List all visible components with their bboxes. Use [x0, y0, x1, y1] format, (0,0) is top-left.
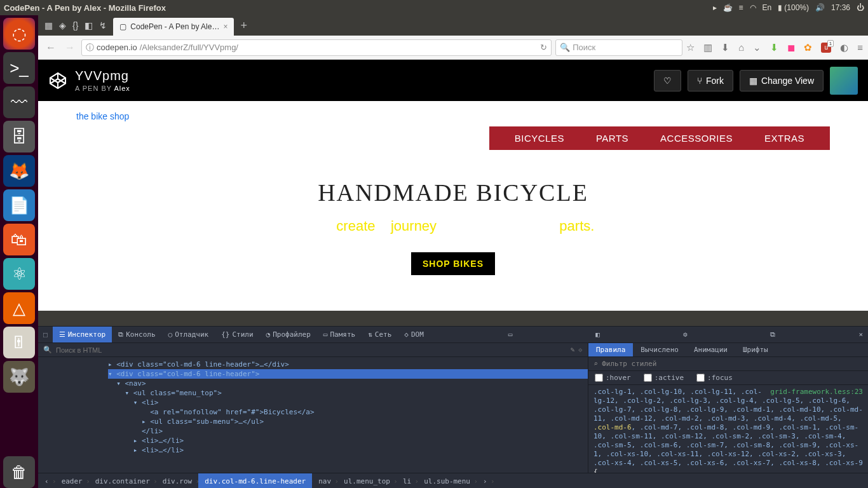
css-tab-computed[interactable]: Вычислено	[633, 343, 686, 356]
css-tab-animations[interactable]: Анимации	[686, 343, 735, 356]
heart-button[interactable]: ♡	[654, 70, 681, 92]
launcher-software[interactable]: 🛍	[3, 224, 35, 255]
devtools-frame-icon[interactable]: ▭	[503, 330, 518, 339]
reload-icon[interactable]: ↻	[540, 43, 547, 52]
crumb-next[interactable]: ›	[477, 473, 494, 488]
addon-icon[interactable]: ◐	[840, 42, 848, 53]
css-rules[interactable]: grid-framework.less:23 .col-lg-1, .col-l…	[588, 385, 868, 473]
nav-item[interactable]: BICYCLES	[515, 133, 564, 144]
ublock-icon[interactable]: u	[821, 43, 831, 53]
info-icon[interactable]: ⓘ	[86, 42, 94, 53]
devtools-tab-inspector[interactable]: ☰ Инспектор	[53, 327, 112, 342]
pinned-tab-icon[interactable]: ◈	[59, 20, 66, 30]
site-brand[interactable]: the bike shop	[76, 111, 830, 121]
devtools-tab-dom[interactable]: ◇ DOM	[398, 327, 430, 342]
change-view-button[interactable]: ▦Change View	[740, 70, 824, 92]
launcher-writer[interactable]: 📄	[3, 189, 35, 221]
session-icon[interactable]: ⏻	[857, 3, 864, 12]
inspect-picker-icon[interactable]: ⬚	[38, 330, 53, 339]
volume-icon[interactable]: 🔊	[815, 3, 825, 12]
nav-item[interactable]: EXTRAS	[764, 133, 804, 144]
wifi-icon[interactable]: ◠	[750, 3, 756, 12]
launcher-dash[interactable]: ◌	[3, 18, 35, 50]
browser-toolbar: ← → ⓘ codepen.io/AleksanderZ/full/YVVpmg…	[38, 36, 868, 60]
devtools-split-icon[interactable]: ◧	[590, 330, 605, 339]
pinned-tab-icon[interactable]: ◧	[85, 20, 93, 30]
pinned-tab-icon[interactable]: {}	[72, 20, 78, 30]
user-avatar[interactable]	[830, 67, 858, 95]
html-panel: 🔍 ✎ ⟐ ▸ <div class="col-md-6 line-header…	[38, 343, 588, 473]
site-nav: BICYCLES PARTS ACCESSORIES EXTRAS	[489, 126, 830, 150]
css-source-link[interactable]: grid-framework.less:23	[770, 388, 863, 396]
new-tab-button[interactable]: +	[234, 15, 254, 36]
edit-html-icon[interactable]: ✎	[570, 346, 574, 354]
devtools-tab-styles[interactable]: {} Стили	[215, 327, 259, 342]
launcher-gimp[interactable]: 🐺	[3, 361, 35, 393]
devtools-tab-network[interactable]: ⇅ Сеть	[362, 327, 398, 342]
css-panel: Правила Вычислено Анимации Шрифты ⌕ Филь…	[588, 343, 868, 473]
crumb[interactable]: div.col-md-6.line-header	[198, 473, 312, 488]
crumb-prev[interactable]: ‹	[38, 473, 55, 488]
launcher-terminal[interactable]: >_	[3, 52, 35, 84]
launcher-monitor[interactable]: 〰	[3, 86, 35, 118]
pseudo-active[interactable]: :active	[644, 374, 684, 382]
launcher-files[interactable]: 🗄	[3, 121, 35, 152]
battery-indicator[interactable]: ▮ (100%)	[778, 3, 809, 12]
crumb[interactable]: div.row	[156, 473, 198, 488]
lang-indicator[interactable]: En	[763, 3, 772, 12]
home-icon[interactable]: ⌂	[738, 42, 744, 53]
crumb[interactable]: ul.menu_top	[337, 473, 397, 488]
pseudo-hover[interactable]: :hover	[595, 374, 631, 382]
hamburger-icon[interactable]: ≡	[857, 42, 863, 53]
launcher-settings[interactable]: 🎚	[3, 327, 35, 358]
pinned-tab-icon[interactable]: ▦	[44, 20, 53, 30]
vlc-tray-icon[interactable]: ▸	[713, 3, 717, 12]
launcher-firefox[interactable]: 🦊	[3, 155, 35, 187]
css-tab-rules[interactable]: Правила	[588, 343, 633, 356]
nav-item[interactable]: ACCESSORIES	[660, 133, 733, 144]
pocket-icon[interactable]: ⌄	[753, 42, 761, 53]
addon-icon[interactable]: ⬇	[770, 42, 778, 53]
css-filter[interactable]: ⌕ Фильтр стилей	[588, 357, 868, 371]
pen-author[interactable]: Alex	[114, 85, 130, 92]
download-icon[interactable]: ⬇	[721, 42, 729, 53]
fork-button[interactable]: ⑂Fork	[688, 70, 733, 92]
eyedropper-icon[interactable]: ⟐	[578, 346, 583, 354]
bookmark-icon[interactable]: ☆	[686, 42, 695, 53]
crumb[interactable]: ul.sub-menu	[417, 473, 477, 488]
codepen-logo-icon[interactable]	[48, 71, 67, 90]
crumb[interactable]: li	[397, 473, 417, 488]
devtools-tab-profiler[interactable]: ◔ Профайлер	[260, 327, 317, 342]
launcher-trash[interactable]: 🗑	[3, 456, 35, 488]
devtools-tab-memory[interactable]: ▭ Память	[317, 327, 362, 342]
tab-close-icon[interactable]: ×	[223, 22, 227, 31]
devtools-tab-console[interactable]: ⧉ Консоль	[112, 327, 161, 342]
crumb[interactable]: eader	[55, 473, 89, 488]
html-search-input[interactable]	[56, 346, 566, 354]
dom-tree[interactable]: ▸ <div class="col-md-6 line-header">…</d…	[38, 357, 588, 458]
devtools-close-icon[interactable]: ×	[853, 330, 868, 339]
launcher-vlc[interactable]: △	[3, 292, 35, 324]
devtools-tab-debugger[interactable]: ◯ Отладчик	[162, 327, 215, 342]
back-button[interactable]: ←	[43, 42, 58, 53]
addon-icon[interactable]: ✿	[804, 42, 812, 53]
pseudo-focus[interactable]: :focus	[696, 374, 733, 382]
launcher-atom[interactable]: ⚛	[3, 258, 35, 290]
cta-button[interactable]: SHOP BIKES	[411, 252, 495, 275]
caffeine-icon[interactable]: ☕	[723, 3, 733, 12]
css-tab-fonts[interactable]: Шрифты	[735, 343, 776, 356]
library-icon[interactable]: ▥	[703, 42, 712, 53]
clock[interactable]: 17:36	[831, 3, 850, 12]
crumb[interactable]: div.container	[89, 473, 156, 488]
devtools-dock-icon[interactable]: ⧉	[765, 330, 780, 339]
search-box[interactable]: 🔍 Поиск	[555, 39, 682, 56]
menu-icon[interactable]: ≡	[739, 3, 743, 12]
nav-item[interactable]: PARTS	[596, 133, 628, 144]
crumb[interactable]: nav	[312, 473, 337, 488]
address-bar[interactable]: ⓘ codepen.io/AleksanderZ/full/YVVpmg/ ↻	[81, 39, 552, 56]
breadcrumb[interactable]: ‹ eader div.container div.row div.col-md…	[38, 473, 868, 488]
addon-icon[interactable]: ◼	[787, 42, 795, 53]
devtools-settings-icon[interactable]: ⚙	[678, 330, 693, 339]
pinned-tab-icon[interactable]: ↯	[99, 20, 107, 30]
browser-tab[interactable]: ▢ CodePen - A Pen by Ale… ×	[113, 18, 234, 36]
